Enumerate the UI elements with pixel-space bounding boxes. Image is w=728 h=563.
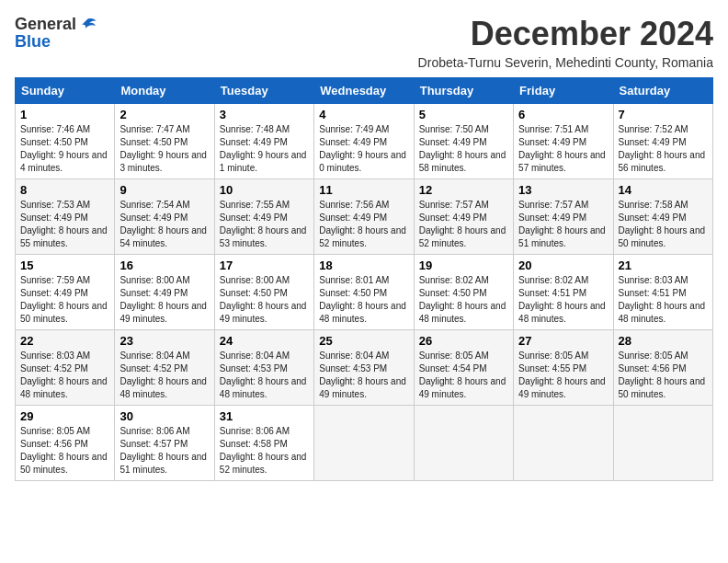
day-info: Sunrise: 7:47 AM Sunset: 4:50 PM Dayligh… [119,123,209,175]
day-info: Sunrise: 8:03 AM Sunset: 4:51 PM Dayligh… [619,274,708,326]
calendar-cell: 2 Sunrise: 7:47 AM Sunset: 4:50 PM Dayli… [115,104,214,179]
calendar-cell: 4 Sunrise: 7:49 AM Sunset: 4:49 PM Dayli… [314,104,414,179]
day-info: Sunrise: 8:05 AM Sunset: 4:56 PM Dayligh… [619,350,708,401]
day-info: Sunrise: 7:51 AM Sunset: 4:49 PM Dayligh… [518,123,608,175]
calendar-week-row: 22 Sunrise: 8:03 AM Sunset: 4:52 PM Dayl… [16,330,713,406]
day-info: Sunrise: 8:05 AM Sunset: 4:54 PM Dayligh… [419,350,508,401]
day-number: 20 [518,259,608,272]
day-number: 24 [220,334,309,348]
calendar-cell: 26 Sunrise: 8:05 AM Sunset: 4:54 PM Dayl… [414,330,513,406]
day-number: 11 [319,183,408,197]
calendar-cell: 15 Sunrise: 7:59 AM Sunset: 4:49 PM Dayl… [16,255,115,330]
calendar-cell [514,406,613,481]
calendar-cell: 29 Sunrise: 8:05 AM Sunset: 4:56 PM Dayl… [16,406,115,481]
day-info: Sunrise: 7:46 AM Sunset: 4:50 PM Dayligh… [20,123,109,175]
day-number: 26 [419,334,508,348]
day-number: 22 [20,334,109,348]
day-number: 5 [419,108,508,121]
calendar-week-row: 15 Sunrise: 7:59 AM Sunset: 4:49 PM Dayl… [16,255,713,330]
calendar-cell: 19 Sunrise: 8:02 AM Sunset: 4:50 PM Dayl… [414,255,513,330]
weekday-header-tuesday: Tuesday [214,78,313,104]
weekday-header-monday: Monday [115,78,214,104]
day-number: 3 [220,108,309,121]
month-title: December 2024 [418,15,713,53]
day-info: Sunrise: 8:00 AM Sunset: 4:49 PM Dayligh… [119,274,209,326]
day-number: 17 [220,259,309,272]
day-number: 25 [319,334,408,348]
day-number: 23 [119,334,209,348]
day-number: 7 [619,108,708,121]
calendar-cell: 17 Sunrise: 8:00 AM Sunset: 4:50 PM Dayl… [214,255,313,330]
day-info: Sunrise: 8:04 AM Sunset: 4:53 PM Dayligh… [220,350,309,401]
calendar-cell: 27 Sunrise: 8:05 AM Sunset: 4:55 PM Dayl… [514,330,613,406]
day-info: Sunrise: 7:57 AM Sunset: 4:49 PM Dayligh… [518,199,608,250]
day-info: Sunrise: 8:05 AM Sunset: 4:56 PM Dayligh… [20,425,109,477]
calendar-cell: 28 Sunrise: 8:05 AM Sunset: 4:56 PM Dayl… [613,330,712,406]
day-number: 1 [20,108,109,121]
calendar-cell: 22 Sunrise: 8:03 AM Sunset: 4:52 PM Dayl… [16,330,115,406]
weekday-header-row: SundayMondayTuesdayWednesdayThursdayFrid… [16,78,713,104]
calendar-cell: 20 Sunrise: 8:02 AM Sunset: 4:51 PM Dayl… [514,255,613,330]
day-number: 27 [518,334,608,348]
calendar-week-row: 29 Sunrise: 8:05 AM Sunset: 4:56 PM Dayl… [16,406,713,481]
day-info: Sunrise: 7:50 AM Sunset: 4:49 PM Dayligh… [419,123,508,175]
day-info: Sunrise: 8:06 AM Sunset: 4:57 PM Dayligh… [119,425,209,477]
day-info: Sunrise: 7:57 AM Sunset: 4:49 PM Dayligh… [419,199,508,250]
day-info: Sunrise: 8:06 AM Sunset: 4:58 PM Dayligh… [220,425,309,477]
calendar-cell: 6 Sunrise: 7:51 AM Sunset: 4:49 PM Dayli… [514,104,613,179]
calendar-cell: 7 Sunrise: 7:52 AM Sunset: 4:49 PM Dayli… [613,104,712,179]
day-info: Sunrise: 8:00 AM Sunset: 4:50 PM Dayligh… [220,274,309,326]
day-number: 9 [119,183,209,197]
weekday-header-thursday: Thursday [414,78,513,104]
day-info: Sunrise: 7:54 AM Sunset: 4:49 PM Dayligh… [119,199,209,250]
day-number: 6 [518,108,608,121]
day-number: 12 [419,183,508,197]
day-info: Sunrise: 8:05 AM Sunset: 4:55 PM Dayligh… [518,350,608,401]
calendar-week-row: 1 Sunrise: 7:46 AM Sunset: 4:50 PM Dayli… [16,104,713,179]
day-info: Sunrise: 8:02 AM Sunset: 4:51 PM Dayligh… [518,274,608,326]
day-number: 2 [119,108,209,121]
day-info: Sunrise: 7:53 AM Sunset: 4:49 PM Dayligh… [20,199,109,250]
day-number: 30 [119,409,209,423]
day-number: 13 [518,183,608,197]
day-number: 4 [319,108,408,121]
calendar-cell: 24 Sunrise: 8:04 AM Sunset: 4:53 PM Dayl… [214,330,313,406]
day-number: 8 [20,183,109,197]
calendar-cell: 25 Sunrise: 8:04 AM Sunset: 4:53 PM Dayl… [314,330,414,406]
calendar-cell: 23 Sunrise: 8:04 AM Sunset: 4:52 PM Dayl… [115,330,214,406]
calendar-cell: 5 Sunrise: 7:50 AM Sunset: 4:49 PM Dayli… [414,104,513,179]
calendar-cell: 8 Sunrise: 7:53 AM Sunset: 4:49 PM Dayli… [16,179,115,255]
day-info: Sunrise: 7:48 AM Sunset: 4:49 PM Dayligh… [220,123,309,175]
calendar-cell: 30 Sunrise: 8:06 AM Sunset: 4:57 PM Dayl… [115,406,214,481]
day-info: Sunrise: 7:59 AM Sunset: 4:49 PM Dayligh… [20,274,109,326]
calendar-cell: 14 Sunrise: 7:58 AM Sunset: 4:49 PM Dayl… [613,179,712,255]
day-number: 31 [220,409,309,423]
day-number: 15 [20,259,109,272]
day-number: 10 [220,183,309,197]
day-info: Sunrise: 7:58 AM Sunset: 4:49 PM Dayligh… [619,199,708,250]
day-number: 21 [619,259,708,272]
calendar-table: SundayMondayTuesdayWednesdayThursdayFrid… [15,77,713,481]
day-info: Sunrise: 7:52 AM Sunset: 4:49 PM Dayligh… [619,123,708,175]
calendar-cell: 11 Sunrise: 7:56 AM Sunset: 4:49 PM Dayl… [314,179,414,255]
weekday-header-friday: Friday [514,78,613,104]
logo-bird-icon [78,17,97,32]
calendar-cell: 18 Sunrise: 8:01 AM Sunset: 4:50 PM Dayl… [314,255,414,330]
calendar-week-row: 8 Sunrise: 7:53 AM Sunset: 4:49 PM Dayli… [16,179,713,255]
calendar-cell [314,406,414,481]
calendar-cell: 21 Sunrise: 8:03 AM Sunset: 4:51 PM Dayl… [613,255,712,330]
calendar-cell: 9 Sunrise: 7:54 AM Sunset: 4:49 PM Dayli… [115,179,214,255]
day-number: 28 [619,334,708,348]
calendar-cell: 3 Sunrise: 7:48 AM Sunset: 4:49 PM Dayli… [214,104,313,179]
weekday-header-saturday: Saturday [613,78,712,104]
day-number: 19 [419,259,508,272]
weekday-header-wednesday: Wednesday [314,78,414,104]
calendar-cell: 10 Sunrise: 7:55 AM Sunset: 4:49 PM Dayl… [214,179,313,255]
logo: General Blue [15,15,97,52]
logo-blue-text: Blue [15,32,51,52]
title-section: December 2024 Drobeta-Turnu Severin, Meh… [418,15,713,70]
day-info: Sunrise: 8:04 AM Sunset: 4:53 PM Dayligh… [319,350,408,401]
day-number: 29 [20,409,109,423]
calendar-cell [613,406,712,481]
day-info: Sunrise: 7:55 AM Sunset: 4:49 PM Dayligh… [220,199,309,250]
